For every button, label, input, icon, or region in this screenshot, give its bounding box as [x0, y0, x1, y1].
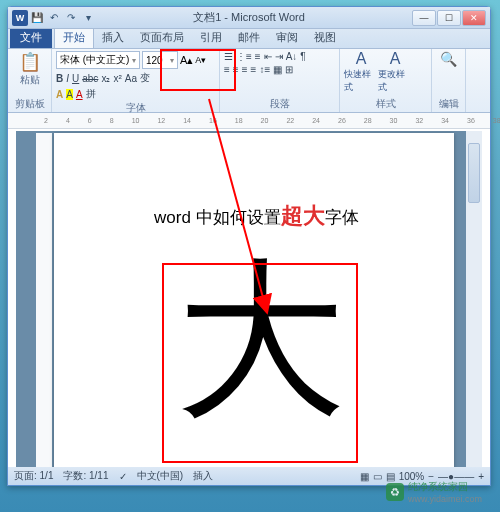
annotation-big-char-highlight: [162, 263, 358, 463]
font-family-value: 宋体 (中文正文): [60, 53, 129, 67]
vertical-ruler[interactable]: [36, 133, 52, 467]
headline-pre: word 中如何设置: [154, 208, 281, 227]
subscript-button[interactable]: x₂: [101, 73, 110, 84]
tab-file[interactable]: 文件: [10, 27, 52, 48]
ribbon-tabs: 文件 开始 插入 页面布局 引用 邮件 审阅 视图: [8, 29, 490, 49]
save-icon[interactable]: 💾: [30, 11, 44, 25]
window-controls: — ☐ ✕: [412, 10, 486, 26]
font-size-value: 120: [146, 55, 163, 66]
clear-format-button[interactable]: 变: [140, 71, 150, 85]
status-lang[interactable]: 中文(中国): [137, 469, 184, 483]
tab-review[interactable]: 审阅: [268, 27, 306, 48]
quick-access-toolbar: 💾 ↶ ↷ ▾: [30, 11, 95, 25]
indent-dec-icon[interactable]: ⇤: [264, 51, 272, 62]
scrollbar-thumb[interactable]: [468, 143, 480, 203]
font-group-label: 字体: [56, 101, 215, 116]
indent-inc-icon[interactable]: ⇥: [275, 51, 283, 62]
page[interactable]: word 中如何设置超大字体 大: [54, 133, 454, 467]
app-window: W 💾 ↶ ↷ ▾ 文档1 - Microsoft Word — ☐ ✕ 文件 …: [7, 6, 491, 486]
view-print-icon[interactable]: ▦: [360, 471, 369, 482]
group-font: 宋体 (中文正文)▾ 120▾ A▴ A▾ B I U abc x₂ x² Aa…: [52, 49, 220, 112]
highlight-button[interactable]: A: [66, 89, 73, 100]
status-insert[interactable]: 插入: [193, 469, 213, 483]
chevron-down-icon: ▾: [132, 56, 136, 65]
bullets-icon[interactable]: ☰: [224, 51, 233, 62]
quick-styles-button[interactable]: A快速样式: [344, 54, 378, 90]
paste-label[interactable]: 粘贴: [20, 73, 40, 87]
numbering-icon[interactable]: ⋮≡: [236, 51, 252, 62]
grow-font-icon[interactable]: A▴: [180, 54, 193, 67]
watermark: ♻ 纯净系统家园 www.yidaimei.com: [386, 480, 482, 504]
headline-post: 字体: [325, 208, 359, 227]
change-styles-button[interactable]: A更改样式: [378, 54, 412, 90]
tab-view[interactable]: 视图: [306, 27, 344, 48]
group-styles: A快速样式 A更改样式 样式: [340, 49, 432, 112]
shading-icon[interactable]: ▦: [273, 64, 282, 75]
tab-mailings[interactable]: 邮件: [230, 27, 268, 48]
vertical-scrollbar[interactable]: [466, 131, 482, 467]
change-styles-label: 更改样式: [378, 68, 412, 94]
qat-more-icon[interactable]: ▾: [81, 11, 95, 25]
font-color-button[interactable]: A: [76, 89, 83, 100]
multilevel-icon[interactable]: ≡: [255, 51, 261, 62]
styles-group-label: 样式: [344, 97, 427, 112]
text-effect-button[interactable]: A: [56, 89, 63, 100]
watermark-url: www.yidaimei.com: [408, 494, 482, 504]
align-left-icon[interactable]: ≡: [224, 64, 230, 75]
group-paragraph: ☰ ⋮≡ ≡ ⇤ ⇥ A↓ ¶ ≡ ≡ ≡ ≡ ↕≡ ▦ ⊞ 段落: [220, 49, 340, 112]
bold-button[interactable]: B: [56, 73, 63, 84]
find-icon[interactable]: 🔍: [440, 51, 457, 67]
chevron-down-icon: ▾: [170, 56, 174, 65]
spellcheck-icon[interactable]: ✓: [119, 471, 127, 482]
watermark-logo-icon: ♻: [386, 483, 404, 501]
ribbon: 📋 粘贴 剪贴板 宋体 (中文正文)▾ 120▾ A▴ A▾ B I U abc…: [8, 49, 490, 113]
strike-button[interactable]: abc: [82, 73, 98, 84]
view-read-icon[interactable]: ▭: [373, 471, 382, 482]
undo-icon[interactable]: ↶: [47, 11, 61, 25]
styles-icon: A: [356, 50, 367, 68]
status-page[interactable]: 页面: 1/1: [14, 469, 53, 483]
underline-button[interactable]: U: [72, 73, 79, 84]
redo-icon[interactable]: ↷: [64, 11, 78, 25]
group-clipboard: 📋 粘贴 剪贴板: [8, 49, 52, 112]
paste-icon[interactable]: 📋: [19, 51, 41, 73]
shrink-font-icon[interactable]: A▾: [195, 55, 206, 65]
tab-insert[interactable]: 插入: [94, 27, 132, 48]
tab-references[interactable]: 引用: [192, 27, 230, 48]
borders-icon[interactable]: ⊞: [285, 64, 293, 75]
linespacing-icon[interactable]: ↕≡: [259, 64, 270, 75]
align-right-icon[interactable]: ≡: [242, 64, 248, 75]
titlebar: W 💾 ↶ ↷ ▾ 文档1 - Microsoft Word — ☐ ✕: [8, 7, 490, 29]
paragraph-group-label: 段落: [224, 97, 335, 112]
superscript-button[interactable]: x²: [113, 73, 121, 84]
headline-text[interactable]: word 中如何设置超大字体: [154, 201, 359, 231]
tab-home[interactable]: 开始: [54, 26, 94, 48]
close-button[interactable]: ✕: [462, 10, 486, 26]
document-area: word 中如何设置超大字体 大: [16, 131, 482, 467]
showmarks-icon[interactable]: ¶: [300, 51, 305, 62]
italic-button[interactable]: I: [66, 73, 69, 84]
minimize-button[interactable]: —: [412, 10, 436, 26]
watermark-name: 纯净系统家园: [408, 480, 482, 494]
justify-icon[interactable]: ≡: [251, 64, 257, 75]
headline-emphasis: 超大: [281, 203, 325, 228]
phonetic-button[interactable]: 拼: [86, 87, 96, 101]
group-editing: 🔍 编辑: [432, 49, 466, 112]
word-app-icon[interactable]: W: [12, 10, 28, 26]
quick-styles-label: 快速样式: [344, 68, 378, 94]
font-family-selector[interactable]: 宋体 (中文正文)▾: [56, 51, 140, 69]
sort-icon[interactable]: A↓: [286, 51, 298, 62]
font-size-selector[interactable]: 120▾: [142, 51, 178, 69]
align-center-icon[interactable]: ≡: [233, 64, 239, 75]
maximize-button[interactable]: ☐: [437, 10, 461, 26]
clipboard-group-label: 剪贴板: [15, 97, 45, 112]
editing-group-label: 编辑: [439, 97, 459, 112]
change-styles-icon: A: [390, 50, 401, 68]
tab-layout[interactable]: 页面布局: [132, 27, 192, 48]
case-button[interactable]: Aa: [125, 73, 137, 84]
status-words[interactable]: 字数: 1/11: [63, 469, 108, 483]
window-title: 文档1 - Microsoft Word: [193, 10, 305, 25]
